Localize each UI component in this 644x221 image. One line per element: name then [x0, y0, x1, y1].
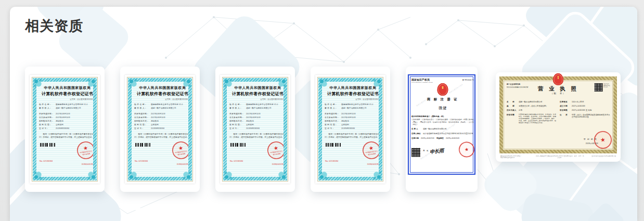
trademark-certificate: 商标注册证电子副本 商标注册证电子副本 商标注册证电子副本 商标注册证电子副本 … [408, 74, 475, 175]
certificate-card-software-copyright-4[interactable]: 中华人民共和国国家版权局 计算机软件著作权登记证书 证书号：软著登字第18243… [311, 67, 390, 192]
field-row: 首次发表日期： 2017年08月10日 [39, 116, 93, 119]
dates-row: 注册日期 2019年06月21日 有效期至 2029年06月20日 [411, 137, 474, 140]
seal-text: 登记专用章 [82, 153, 90, 155]
field-row: 法定代表人 张伟 [507, 109, 556, 112]
corner-flourish-icon [85, 79, 96, 90]
serial-number: No. 02136584 [135, 160, 148, 163]
qr-block: 扫描二维码 联网核查营业执照真伪 [595, 83, 611, 92]
corner-flourish-icon [128, 168, 140, 180]
certificate-footer: No. 02136584 ★ 中国版权保护中心 登记专用章 2018年04月28… [39, 141, 93, 166]
corner-flourish-icon [33, 79, 45, 90]
page: { "section": { "title": "相关资质" }, "color… [0, 0, 644, 221]
field-row: 权 利 范 围： 全部权利 [39, 123, 93, 126]
goods-services-text: 计算机编程；计算机软件设计；计算机软件更新；计算机软件维护；托管计算机站（网站）… [411, 119, 474, 126]
certificate-title: 计算机软件著作权登记证书 [229, 92, 284, 97]
footnote-center: 扫描二维码登录“全国企业信用信息公示系统”查询更多登记、备案、许可、监管信息。 [535, 155, 585, 159]
corner-flourish-icon [370, 79, 382, 90]
field-row: 经营范围 计算机软硬件及辅助设备的技术开发、技术咨询、技术转让、技术服务；软件开… [507, 113, 556, 124]
certificate-card-trademark[interactable]: 商标注册证电子副本 商标注册证电子副本 商标注册证电子副本 商标注册证电子副本 … [406, 67, 478, 192]
field-row: 开发完成日期： 2017年08月10日 [325, 112, 379, 115]
official-seal-icon: ★ [458, 141, 475, 159]
certificate-footer: No. 02136584 ★ 中国版权保护中心 登记专用章 2018年04月28… [325, 141, 379, 166]
certificate-footer: No. 02136584 ★ 中国版权保护中心 登记专用章 2018年04月28… [134, 141, 188, 166]
certificate-number: 第 9953444 号 [462, 79, 474, 82]
official-seal-icon: ★ 中国版权保护中心 登记专用章 [362, 140, 379, 160]
official-seal-icon: ★ 中国版权保护中心 登记专用章 [171, 140, 188, 160]
certificate-card-software-copyright-1[interactable]: 中华人民共和国国家版权局 计算机软件著作权登记证书 证书号：软著登字第18243… [25, 67, 105, 192]
content-panel: 相关资质 中华人民共和国国家版权局 计算机软件著作权登记证书 证书号：软著登字第… [10, 7, 637, 221]
certificate-card-software-copyright-3[interactable]: 中华人民共和国国家版权局 计算机软件著作权登记证书 证书号：软著登字第18243… [215, 67, 295, 192]
corner-flourish-icon [180, 79, 191, 90]
field-row: 住 所 中国（四川）自由贸易试验区成都高新区天府大道中段500号4栋12层 [560, 113, 611, 119]
field-row: 软 件 名 称： 微健健康服务业务平台管理系统 V1.0 [325, 103, 379, 106]
field-row: 开发完成日期： 2017年08月10日 [39, 112, 93, 115]
qr-caption: 扫描二维码 联网核查营业执照真伪 [603, 83, 610, 92]
field-row: 著 作 权 人： 成都一颗牛油果科技有限公司 [134, 107, 188, 109]
star-icon: ★ [273, 145, 278, 151]
software-copyright-certificate: 中华人民共和国国家版权局 计算机软件著作权登记证书 证书号：软著登字第18243… [125, 75, 195, 184]
field-row: 权 利 范 围： 全部权利 [325, 123, 379, 126]
field-row: 软 件 名 称： 微健健康服务业务平台管理系统 V1.0 [134, 103, 188, 106]
field-row: 注册资本 100万元人民币 [560, 100, 611, 103]
field-row: 权利取得方式： 原始取得 [39, 120, 93, 122]
license-fields: 名 称 成都一颗牛油果科技有限公司 类 型 有限责任公司（自然人投资或控股） 法… [507, 100, 611, 126]
license-sheet: 统一社会信用代码 91510100MA6CD5XH2W 营 业 执 照 （副 本… [499, 76, 617, 153]
section-title: 相关资质 [25, 17, 83, 35]
seal-date: 2018年04月28日 [367, 163, 379, 166]
corner-flourish-icon [33, 168, 45, 180]
barcode [40, 143, 56, 147]
barcode [325, 143, 341, 147]
qr-code [595, 83, 603, 92]
registration-statement: 根据《计算机软件保护条例》和《计算机软件著作权登记办法》的规定，经中国版权保护中… [39, 133, 93, 138]
field-row: 登 记 号： 2018SR836584 [39, 127, 93, 129]
certificate-number: 证书号：软著登字第1824301号 [229, 98, 284, 100]
certificate-number: 证书号：软著登字第1824301号 [39, 98, 93, 100]
official-seal-icon: ★ 中国版权保护中心 登记专用章 [266, 140, 284, 160]
field-row: 著 作 权 人： 成都一颗牛油果科技有限公司 [229, 107, 284, 109]
field-row: 权 利 范 围： 全部权利 [229, 123, 284, 126]
national-emblem-icon [553, 73, 563, 85]
field-row: 营业期限 2017年04月24日 至 长期 [560, 109, 611, 112]
registration-statement: 根据《计算机软件保护条例》和《计算机软件著作权登记办法》的规定，经中国版权保护中… [229, 133, 284, 138]
field-row: 名 称 成都一颗牛油果科技有限公司 [507, 100, 556, 103]
director-signature: 申长雨 [429, 147, 444, 155]
stage: 相关资质 中华人民共和国国家版权局 计算机软件著作权登记证书 证书号：软著登字第… [0, 0, 644, 221]
field-row: 软 件 名 称： 微健健康服务业务平台管理系统 V1.0 [229, 103, 284, 106]
certificate-body: 中华人民共和国国家版权局 计算机软件著作权登记证书 证书号：软著登字第18243… [36, 82, 93, 177]
corner-flourish-icon [275, 79, 287, 90]
trademark-name: 微健 [411, 106, 474, 111]
certificate-card-software-copyright-2[interactable]: 中华人民共和国国家版权局 计算机软件著作权登记证书 证书号：软著登字第18243… [120, 67, 200, 192]
seal-date: 2018年04月28日 [177, 163, 188, 166]
footnote-left: 国家企业信用信息公示系统网址：http://www.gsxt.gov.cn [500, 155, 532, 159]
certificate-footer: No. 02136584 ★ 中国版权保护中心 登记专用章 2018年04月28… [229, 141, 284, 166]
serial-number: No. 02136584 [230, 160, 243, 163]
certificate-card-business-license[interactable]: 统一社会信用代码 91510100MA6CD5XH2W 营 业 执 照 （副 本… [496, 72, 621, 162]
corner-flourish-icon [224, 168, 235, 180]
footnote-right: 登记机关对企业登记信息实施监督管理 [588, 155, 616, 157]
field-row: 开发完成日期： 2017年08月10日 [229, 112, 284, 115]
address-row: 注册人地址 四川省成都市高新区天府大道中段1388号1栋2单元15层1501号 [411, 133, 474, 135]
field-row: 类 型 有限责任公司（自然人投资或控股） [507, 105, 556, 107]
certificate-body: 中华人民共和国国家版权局 计算机软件著作权登记证书 证书号：软著登字第18243… [322, 82, 379, 177]
seal-date: 2018年04月28日 [272, 163, 284, 166]
serial-number: No. 02136584 [325, 160, 338, 163]
field-row: 首次发表日期： 2017年08月10日 [325, 116, 379, 119]
field-row: 成立日期 2017年04月24日 [560, 105, 611, 107]
license-footnotes: 国家企业信用信息公示系统网址：http://www.gsxt.gov.cn 扫描… [500, 155, 616, 159]
corner-flourish-icon [275, 168, 287, 180]
certificate-title: 计算机软件著作权登记证书 [134, 92, 188, 97]
corner-flourish-icon [319, 79, 330, 90]
software-copyright-certificate: 中华人民共和国国家版权局 计算机软件著作权登记证书 证书号：软著登字第18243… [30, 75, 100, 184]
star-icon: ★ [368, 145, 373, 151]
license-subtitle: （副 本） [503, 92, 613, 95]
corner-flourish-icon [370, 168, 382, 180]
field-row: 首次发表日期： 2017年08月10日 [134, 116, 188, 119]
registrant-row: 注 册 人 成都一颗牛油果科技有限公司 [411, 128, 474, 131]
star-icon: ★ [600, 137, 606, 143]
right-column: 注册资本 100万元人民币 成立日期 2017年04月24日 营业期限 [560, 100, 611, 126]
star-icon: ★ [178, 145, 183, 151]
field-row: 权利取得方式： 原始取得 [325, 120, 379, 122]
star-icon: ★ [464, 147, 469, 152]
software-copyright-certificate: 中华人民共和国国家版权局 计算机软件著作权登记证书 证书号：软著登字第18243… [220, 75, 290, 184]
certificate-body: 中华人民共和国国家版权局 计算机软件著作权登记证书 证书号：软著登字第18243… [132, 82, 188, 177]
